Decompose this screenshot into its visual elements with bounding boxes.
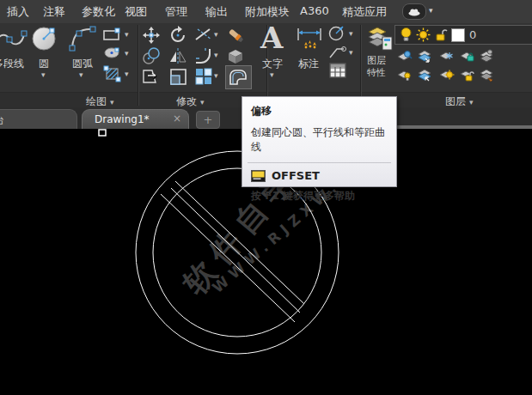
ribbon-tab-insert[interactable]: 插入 [7, 4, 29, 20]
rectangle-dropdown-icon[interactable]: ▾ [125, 31, 129, 39]
array-dropdown-icon[interactable]: ▾ [214, 72, 218, 80]
text-tool-icon[interactable]: A [260, 23, 283, 52]
tooltip-help: 按 F1 键获得更多帮助 [251, 189, 388, 204]
layer-freeze-icon[interactable] [438, 49, 455, 64]
file-tab-drawing1[interactable]: Drawing1* × [82, 109, 189, 129]
current-layer-name[interactable]: 0 [469, 28, 476, 41]
panel-draw-expand-icon[interactable]: ▾ [110, 98, 114, 106]
pickbox-cursor [99, 130, 106, 136]
panel-modify-expand-icon[interactable]: ▾ [200, 98, 205, 106]
offset-tooltip: 偏移 创建同心圆、平行线和等距曲线 OFFSET 按 F1 键获得更多帮助 [242, 96, 397, 187]
hatch-dropdown-icon[interactable]: ▾ [125, 70, 129, 78]
tooltip-description: 创建同心圆、平行线和等距曲线 [251, 125, 388, 155]
ribbon-minimize-arrow-icon[interactable]: ▾ [429, 6, 433, 15]
cad-line [171, 188, 300, 313]
polyline-icon[interactable] [0, 27, 29, 52]
ellipse-tool-icon[interactable] [104, 47, 121, 58]
scale-icon[interactable] [168, 67, 187, 86]
ribbon-tab-addins[interactable]: 附加模块 [245, 4, 290, 20]
layer-isolate-icon[interactable] [417, 49, 433, 64]
ribbon-tab-output[interactable]: 输出 [205, 4, 228, 20]
array-icon[interactable] [194, 67, 213, 86]
layer-on-icon[interactable] [396, 68, 413, 82]
ribbon-tab-parametric[interactable]: 参数化 [82, 4, 115, 20]
center-mark-dropdown-icon[interactable]: ▾ [349, 30, 353, 38]
layer-select[interactable]: 0 [394, 25, 532, 45]
layer-properties-icon[interactable] [364, 25, 394, 52]
layer-unlock-icon[interactable] [435, 28, 447, 42]
ribbon-tab-view[interactable]: 视图 [125, 4, 147, 20]
text-button[interactable]: 文字 [262, 57, 283, 71]
tooltip-title: 偏移 [251, 104, 388, 118]
layer-off-icon[interactable] [396, 49, 413, 64]
layer-match-icon[interactable] [479, 68, 495, 82]
panel-layers-expand-icon[interactable]: ▾ [469, 98, 474, 106]
leader-dropdown-icon[interactable]: ▾ [349, 49, 353, 57]
rectangle-tool-icon[interactable] [102, 28, 121, 41]
layer-color-swatch[interactable] [451, 28, 465, 42]
hatch-tool-icon[interactable] [104, 66, 121, 82]
trim-dropdown-icon[interactable]: ▾ [214, 31, 218, 39]
stretch-icon[interactable] [142, 67, 161, 86]
circle-dropdown-icon[interactable]: ▾ [41, 71, 46, 79]
layer-make-current-icon[interactable] [479, 49, 495, 64]
ribbon-tab-featured-apps[interactable]: 精选应用 [342, 4, 387, 20]
ribbon: 多段线 圆 ▾ 圆弧 ▾ ▾ [0, 23, 532, 107]
dimension-tool-icon[interactable] [296, 27, 323, 52]
file-tab-start[interactable]: 台 [0, 109, 77, 129]
move-icon[interactable] [142, 26, 161, 45]
layer-freeze-sun-icon[interactable] [416, 27, 431, 42]
center-mark-icon[interactable] [328, 26, 345, 41]
mirror-icon[interactable] [168, 46, 187, 65]
circle-tool-icon[interactable] [31, 25, 58, 52]
circle-button[interactable]: 圆 [39, 57, 49, 71]
polyline-button[interactable]: 多段线 [0, 57, 24, 71]
layer-lock-icon[interactable] [459, 49, 475, 64]
erase-icon[interactable] [225, 25, 246, 46]
copy-icon[interactable] [142, 46, 161, 65]
layer-thaw-icon[interactable] [438, 68, 455, 82]
text-dropdown-icon[interactable]: ▾ [270, 71, 274, 79]
ribbon-tab-annotate[interactable]: 注释 [43, 4, 65, 20]
arc-dropdown-icon[interactable]: ▾ [79, 71, 83, 79]
offset-icon[interactable] [229, 69, 248, 86]
arc-tool-icon[interactable] [69, 26, 96, 52]
cad-line [161, 194, 295, 322]
layer-on-bulb-icon[interactable] [401, 27, 412, 42]
file-tab-label: Drawing1* [95, 113, 150, 125]
new-tab-button[interactable]: + [196, 111, 220, 129]
layer-properties-button[interactable]: 图层 特性 [367, 55, 386, 79]
fillet-icon[interactable] [194, 46, 213, 65]
file-tab-close-icon[interactable]: × [173, 112, 181, 125]
arc-button[interactable]: 圆弧 [72, 57, 93, 71]
ribbon-tab-manage[interactable]: 管理 [165, 4, 187, 20]
dimension-button[interactable]: 标注 [298, 57, 319, 71]
cloud-icon [407, 8, 421, 16]
trim-icon[interactable] [194, 27, 213, 43]
ribbon-tab-a360[interactable]: A360 [300, 4, 329, 17]
leader-icon[interactable] [328, 46, 347, 59]
fillet-dropdown-icon[interactable]: ▾ [214, 52, 218, 59]
layer-unlock-tool-icon[interactable] [459, 68, 475, 82]
table-icon[interactable] [329, 63, 346, 80]
rotate-icon[interactable] [168, 26, 187, 45]
command-window-icon [251, 170, 266, 182]
ribbon-display-button[interactable] [402, 3, 426, 20]
ellipse-dropdown-icon[interactable]: ▾ [125, 50, 129, 58]
explode-icon[interactable] [225, 46, 246, 66]
autocad-window: 插入 注释 参数化 视图 管理 输出 附加模块 A360 精选应用 ▾ [0, 0, 532, 395]
layer-unisolate-icon[interactable] [417, 68, 433, 82]
tooltip-command: OFFSET [272, 169, 320, 182]
